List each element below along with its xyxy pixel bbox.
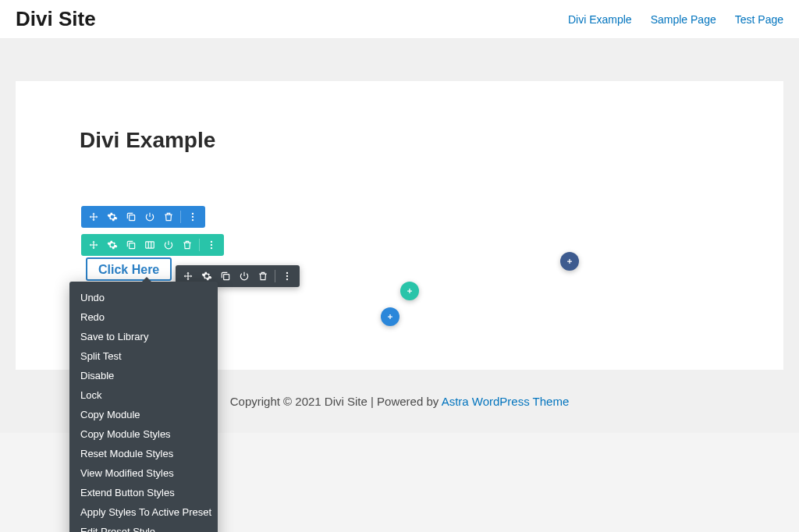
menu-item-disable[interactable]: Disable xyxy=(69,366,218,385)
section-toolbar xyxy=(81,206,205,228)
add-module-button[interactable] xyxy=(381,307,400,326)
menu-item-copy-styles[interactable]: Copy Module Styles xyxy=(69,424,218,444)
menu-item-edit-preset[interactable]: Edit Preset Style xyxy=(69,522,218,532)
menu-item-view-modified[interactable]: View Modified Styles xyxy=(69,463,218,483)
menu-item-split-test[interactable]: Split Test xyxy=(69,346,218,366)
duplicate-icon[interactable] xyxy=(123,237,139,253)
site-header: Divi Site Divi Example Sample Page Test … xyxy=(0,0,799,39)
divider xyxy=(275,270,275,282)
divider xyxy=(180,211,181,223)
gear-icon[interactable] xyxy=(105,209,120,225)
move-icon[interactable] xyxy=(86,237,101,253)
nav-link-test-page[interactable]: Test Page xyxy=(735,13,783,26)
footer-link[interactable]: Astra WordPress Theme xyxy=(442,395,570,408)
svg-point-6 xyxy=(211,241,212,243)
gear-icon[interactable] xyxy=(105,237,120,253)
duplicate-icon[interactable] xyxy=(218,268,233,284)
menu-item-undo[interactable]: Undo xyxy=(69,288,218,307)
add-row-button[interactable] xyxy=(400,282,419,300)
svg-point-1 xyxy=(192,213,194,215)
divider xyxy=(199,239,200,251)
power-icon[interactable] xyxy=(142,209,158,225)
more-icon[interactable] xyxy=(279,268,295,284)
power-icon[interactable] xyxy=(236,268,252,284)
menu-item-apply-preset[interactable]: Apply Styles To Active Preset xyxy=(69,502,218,522)
svg-rect-4 xyxy=(130,243,135,249)
power-icon[interactable] xyxy=(161,237,176,253)
menu-item-lock[interactable]: Lock xyxy=(69,385,218,405)
trash-icon[interactable] xyxy=(161,209,176,225)
row-toolbar xyxy=(81,234,224,256)
menu-item-save-library[interactable]: Save to Library xyxy=(69,327,218,346)
svg-rect-5 xyxy=(146,242,154,248)
more-icon[interactable] xyxy=(185,209,201,225)
primary-nav: Divi Example Sample Page Test Page xyxy=(568,13,783,26)
svg-point-8 xyxy=(211,247,212,249)
trash-icon[interactable] xyxy=(179,237,195,253)
nav-link-divi-example[interactable]: Divi Example xyxy=(568,13,632,26)
svg-point-12 xyxy=(286,278,288,280)
svg-point-2 xyxy=(192,216,194,218)
menu-item-copy-module[interactable]: Copy Module xyxy=(69,405,218,424)
svg-point-3 xyxy=(192,219,194,221)
nav-link-sample-page[interactable]: Sample Page xyxy=(651,13,716,26)
duplicate-icon[interactable] xyxy=(123,209,139,225)
context-menu: Undo Redo Save to Library Split Test Dis… xyxy=(69,282,218,532)
site-title: Divi Site xyxy=(16,7,96,31)
svg-point-11 xyxy=(286,275,288,277)
svg-point-10 xyxy=(286,272,288,274)
svg-point-7 xyxy=(211,244,212,246)
svg-rect-0 xyxy=(130,215,135,221)
svg-rect-9 xyxy=(224,275,229,280)
page-title: Divi Example xyxy=(80,128,719,153)
move-icon[interactable] xyxy=(86,209,101,225)
menu-item-redo[interactable]: Redo xyxy=(69,307,218,327)
trash-icon[interactable] xyxy=(255,268,271,284)
page-body: Divi Example Click Here Und xyxy=(0,39,799,370)
more-icon[interactable] xyxy=(204,237,219,253)
menu-item-reset-styles[interactable]: Reset Module Styles xyxy=(69,444,218,463)
menu-item-extend-styles[interactable]: Extend Button Styles xyxy=(69,483,218,502)
columns-icon[interactable] xyxy=(142,237,158,253)
click-here-button[interactable]: Click Here xyxy=(86,257,172,281)
footer-text: Copyright © 2021 Divi Site | Powered by xyxy=(230,395,442,408)
add-section-button[interactable] xyxy=(560,252,579,271)
